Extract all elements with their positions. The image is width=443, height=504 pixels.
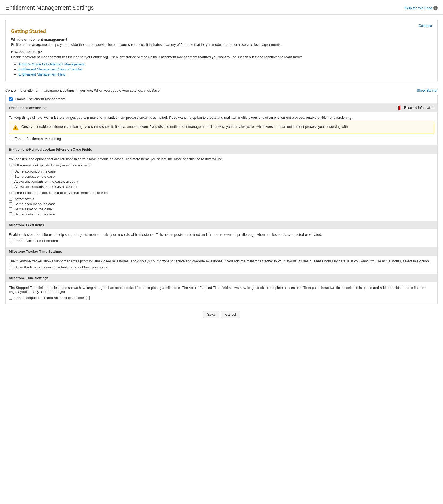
getting-started-title: Getting Started (11, 29, 432, 34)
stopped-time-info-icon[interactable]: i (86, 296, 90, 300)
what-title: What is entitlement management? (11, 38, 432, 42)
help-link[interactable]: Help for this Page ? (405, 6, 438, 10)
ent-opt-1-checkbox[interactable] (9, 202, 12, 206)
milestone-feed-description: Enable milestone feed items to help supp… (9, 233, 434, 237)
svg-text:!: ! (15, 126, 16, 130)
save-button[interactable]: Save (203, 311, 219, 318)
collapse-link[interactable]: Collapse (418, 24, 432, 28)
page-title: Entitlement Management Settings (5, 4, 94, 11)
asset-opt-0-label: Same account on the case (14, 169, 56, 173)
lookup-title: Entitlement-Related Lookup Filters on Ca… (9, 147, 92, 151)
ent-opt-3-label: Same contact on the case (14, 212, 55, 216)
getting-started-box: Collapse Getting Started What is entitle… (5, 19, 438, 82)
lookup-section-body: You can limit the options that are retur… (6, 154, 437, 221)
asset-opt-3-label: Active entitlements on the case's contac… (14, 185, 77, 189)
milestone-time-label: Enable stopped time and actual elapsed t… (14, 296, 84, 300)
versioning-title: Entitlement Versioning (9, 106, 47, 110)
asset-opt-2-label: Active entitlements on the case's accoun… (14, 180, 78, 184)
asset-opt-1-label: Same contact on the case (14, 174, 55, 178)
help-icon: ? (433, 6, 438, 10)
buttons-row: Save Cancel (0, 304, 443, 323)
enable-entitlement-row: Enable Entitlement Management (6, 95, 437, 103)
ent-opt-2-checkbox[interactable] (9, 207, 12, 211)
required-icon (398, 106, 400, 110)
milestone-feed-title: Milestone Feed Items (9, 223, 44, 227)
lookup-description: You can limit the options that are retur… (9, 157, 434, 161)
asset-opt-1-checkbox[interactable] (9, 175, 12, 178)
asset-opt-2-row: Active entitlements on the case's accoun… (9, 180, 434, 184)
entitlement-limit-label: Limit the Entitlement lookup field to on… (9, 191, 434, 195)
milestone-time-description: The Stopped Time field on milestones sho… (9, 286, 434, 294)
asset-opt-3-checkbox[interactable] (9, 185, 12, 188)
versioning-checkbox[interactable] (9, 137, 12, 140)
what-text: Entitlement management helps you provide… (11, 43, 432, 47)
settings-container: Enable Entitlement Management Entitlemen… (5, 95, 438, 304)
asset-opt-2-checkbox[interactable] (9, 180, 12, 183)
ent-opt-2-label: Same asset on the case (14, 207, 52, 211)
ent-opt-0-row: Active status (9, 197, 434, 201)
milestone-tracker-description: The milestone tracker shows support agen… (9, 259, 434, 263)
milestone-feed-label: Enable Milestone Feed Items (14, 239, 59, 243)
milestone-tracker-checkbox[interactable] (9, 266, 12, 269)
gs-link-0[interactable]: Admin's Guide to Entitlement Management (18, 62, 85, 66)
milestone-time-section-header: Milestone Time Settings (6, 274, 437, 282)
milestone-feed-checkbox[interactable] (9, 239, 12, 242)
page-header: Entitlement Management Settings Help for… (0, 0, 443, 15)
warning-icon: ! (12, 125, 19, 131)
ent-opt-1-label: Same account on the case (14, 202, 56, 206)
versioning-warning-text: Once you enable entitlement versioning, … (21, 125, 349, 129)
asset-opt-1-row: Same contact on the case (9, 174, 434, 178)
milestone-tracker-section-header: Milestone Tracker Time Settings (6, 247, 437, 256)
cancel-button[interactable]: Cancel (221, 311, 240, 318)
lookup-section-header: Entitlement-Related Lookup Filters on Ca… (6, 145, 437, 154)
show-banner-link[interactable]: Show Banner (417, 88, 438, 92)
milestone-time-section-body: The Stopped Time field on milestones sho… (6, 282, 437, 304)
ent-opt-3-checkbox[interactable] (9, 212, 12, 216)
milestone-time-checkbox-row: Enable stopped time and actual elapsed t… (9, 296, 434, 300)
versioning-section-body: To keep things simple, we limit the chan… (6, 112, 437, 145)
milestone-tracker-title: Milestone Tracker Time Settings (9, 249, 62, 253)
toolbar-description: Control the entitlement management setti… (5, 88, 161, 92)
versioning-section-header: Entitlement Versioning = Required Inform… (6, 103, 437, 112)
gs-links-list: Admin's Guide to Entitlement Management … (11, 62, 432, 76)
versioning-description: To keep things simple, we limit the chan… (9, 115, 434, 120)
ent-opt-1-row: Same account on the case (9, 202, 434, 206)
milestone-tracker-section-body: The milestone tracker shows support agen… (6, 256, 437, 274)
asset-limit-label: Limit the Asset lookup field to only ret… (9, 163, 434, 167)
milestone-tracker-label: Show the time remaining in actual hours,… (14, 265, 108, 269)
ent-opt-0-checkbox[interactable] (9, 197, 12, 201)
ent-opt-3-row: Same contact on the case (9, 212, 434, 216)
versioning-checkbox-label: Enable Entitlement Versioning (14, 137, 61, 141)
milestone-feed-section-body: Enable milestone feed items to help supp… (6, 229, 437, 247)
required-label: = Required Information (401, 106, 434, 110)
asset-opt-0-row: Same account on the case (9, 169, 434, 173)
enable-entitlement-checkbox[interactable] (9, 97, 13, 101)
gs-link-2[interactable]: Entitlement Management Help (18, 72, 65, 76)
gs-link-1[interactable]: Entitlement Management Setup Checklist (18, 67, 82, 71)
versioning-checkbox-row: Enable Entitlement Versioning (9, 137, 434, 141)
how-text: Enable entitlement management to turn it… (11, 55, 432, 59)
milestone-time-checkbox[interactable] (9, 296, 12, 300)
enable-entitlement-label: Enable Entitlement Management (15, 97, 65, 101)
toolbar-row: Control the entitlement management setti… (0, 86, 443, 95)
getting-started-header: Collapse (11, 24, 432, 28)
asset-opt-3-row: Active entitlements on the case's contac… (9, 185, 434, 189)
help-link-text: Help for this Page (405, 6, 432, 10)
asset-opt-0-checkbox[interactable] (9, 170, 12, 173)
ent-opt-2-row: Same asset on the case (9, 207, 434, 211)
milestone-feed-section-header: Milestone Feed Items (6, 221, 437, 229)
required-info: = Required Information (398, 106, 434, 110)
versioning-warning-box: ! Once you enable entitlement versioning… (9, 122, 434, 134)
milestone-feed-checkbox-row: Enable Milestone Feed Items (9, 239, 434, 243)
milestone-time-title: Milestone Time Settings (9, 276, 49, 280)
milestone-tracker-checkbox-row: Show the time remaining in actual hours,… (9, 265, 434, 269)
ent-opt-0-label: Active status (14, 197, 34, 201)
how-title: How do I set it up? (11, 50, 432, 54)
